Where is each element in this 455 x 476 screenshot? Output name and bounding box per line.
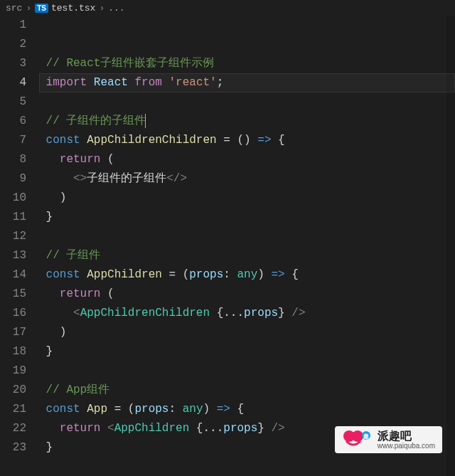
code-line[interactable] — [39, 458, 455, 476]
code-line[interactable]: ) — [39, 189, 455, 208]
code-line[interactable] — [39, 361, 455, 381]
code-line[interactable]: // 子组件 — [39, 246, 455, 265]
code-line[interactable]: const AppChildren = (props: any) => { — [39, 265, 455, 285]
text-cursor — [145, 114, 146, 128]
line-number[interactable]: 1 — [0, 16, 26, 35]
svg-point-1 — [352, 430, 363, 442]
code-line[interactable]: // 子组件的子组件 — [39, 112, 455, 131]
code-line[interactable]: return ( — [39, 285, 455, 304]
line-number[interactable]: 7 — [0, 131, 26, 150]
line-number[interactable]: 22 — [0, 419, 26, 438]
watermark-logo-icon: 趣 — [339, 428, 373, 451]
line-number-gutter[interactable]: 1234567891011121314151617181920212223 — [0, 16, 39, 476]
breadcrumb-folder[interactable]: src — [6, 3, 22, 14]
line-number[interactable]: 17 — [0, 323, 26, 342]
chevron-right-icon: › — [26, 3, 31, 14]
code-line[interactable]: <AppChildrenChildren {...props} /> — [39, 304, 455, 323]
line-number[interactable]: 16 — [0, 304, 26, 323]
breadcrumb[interactable]: src › TS test.tsx › ... — [0, 0, 455, 16]
code-line[interactable]: } — [39, 342, 455, 361]
line-number[interactable]: 2 — [0, 35, 26, 54]
code-area[interactable]: // React子组件嵌套子组件示例 import React from 're… — [39, 16, 455, 476]
code-line[interactable]: import React from 'react'; — [39, 73, 455, 92]
line-number[interactable]: 20 — [0, 381, 26, 400]
code-line[interactable]: const App = (props: any) => { — [39, 400, 455, 419]
line-number[interactable]: 5 — [0, 92, 26, 112]
code-line[interactable]: // App组件 — [39, 381, 455, 400]
code-line[interactable]: // React子组件嵌套子组件示例 — [39, 54, 455, 73]
code-line[interactable]: const AppChildrenChildren = () => { — [39, 131, 455, 150]
line-number[interactable]: 12 — [0, 227, 26, 246]
code-line[interactable] — [39, 227, 455, 246]
line-number[interactable]: 9 — [0, 169, 26, 189]
line-number[interactable]: 8 — [0, 150, 26, 169]
line-number[interactable]: 3 — [0, 54, 26, 73]
typescript-badge-icon: TS — [35, 4, 48, 13]
breadcrumb-symbol[interactable]: ... — [108, 3, 124, 14]
code-line[interactable]: <>子组件的子组件</> — [39, 169, 455, 189]
code-line[interactable] — [39, 92, 455, 112]
svg-text:趣: 趣 — [363, 433, 369, 440]
line-number[interactable]: 23 — [0, 438, 26, 458]
line-number[interactable]: 4 — [0, 73, 26, 92]
line-number[interactable]: 13 — [0, 246, 26, 265]
line-number[interactable]: 10 — [0, 189, 26, 208]
line-number[interactable]: 11 — [0, 208, 26, 227]
code-line[interactable]: ) — [39, 323, 455, 342]
code-line[interactable]: return ( — [39, 150, 455, 169]
line-number[interactable]: 6 — [0, 112, 26, 131]
line-number[interactable]: 18 — [0, 342, 26, 361]
chevron-right-icon: › — [99, 3, 105, 14]
line-number[interactable]: 14 — [0, 265, 26, 285]
line-number[interactable]: 21 — [0, 400, 26, 419]
breadcrumb-file[interactable]: test.tsx — [51, 3, 95, 14]
code-editor[interactable]: 1234567891011121314151617181920212223 //… — [0, 16, 455, 476]
line-number[interactable]: 19 — [0, 361, 26, 381]
watermark-title: 派趣吧 — [378, 430, 435, 443]
watermark-url: www.paiquba.com — [378, 442, 435, 450]
code-line[interactable]: } — [39, 208, 455, 227]
line-number[interactable]: 15 — [0, 285, 26, 304]
watermark: 趣 派趣吧 www.paiquba.com — [335, 426, 442, 453]
